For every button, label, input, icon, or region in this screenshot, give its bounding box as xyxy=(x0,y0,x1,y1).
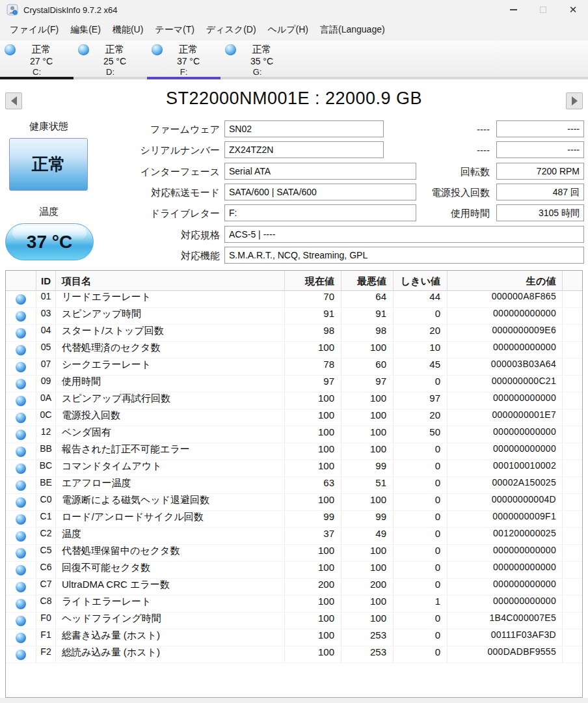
attribute-name: 総読み込み量 (ホスト) xyxy=(56,646,285,663)
good-status-orb-icon xyxy=(16,463,26,474)
attribute-name: 使用時間 xyxy=(56,376,285,392)
attribute-raw-value: 0000000001E7 xyxy=(448,409,563,426)
attribute-id: BC xyxy=(36,460,56,476)
maximize-button[interactable] xyxy=(528,0,558,20)
attribute-current: 99 xyxy=(285,511,341,527)
attribute-raw-value: 000000000000 xyxy=(448,393,563,409)
attribute-name: UltraDMA CRC エラー数 xyxy=(56,579,285,595)
smart-attribute-row-05[interactable]: 05代替処理済のセクタ数10010010000000000000 xyxy=(6,342,582,359)
attribute-threshold: 1 xyxy=(394,596,448,612)
smart-attribute-row-C8[interactable]: C8ライトエラーレート1001001000000000000 xyxy=(6,596,582,613)
disk-tab-c[interactable]: 正常27 °CC: xyxy=(0,40,74,77)
smart-attribute-row-C5[interactable]: C5代替処理保留中のセクタ数1001000000000000000 xyxy=(6,545,582,562)
good-status-orb-icon xyxy=(16,514,26,525)
next-disk-button[interactable] xyxy=(566,92,583,109)
attribute-raw-value: 000000000000 xyxy=(448,579,563,595)
attribute-worst: 51 xyxy=(341,477,394,493)
close-button[interactable]: ✕ xyxy=(558,0,588,20)
smart-attribute-row-C6[interactable]: C6回復不可能セクタ数1001000000000000000 xyxy=(6,562,582,579)
attribute-status-cell xyxy=(6,443,36,460)
attribute-worst: 60 xyxy=(341,359,394,375)
attribute-name: スピンアップ時間 xyxy=(56,308,285,324)
menu-item-2[interactable]: 機能(U) xyxy=(107,21,149,38)
prev-disk-button[interactable] xyxy=(5,92,22,109)
attribute-threshold: 0 xyxy=(394,613,448,629)
attribute-id: F0 xyxy=(36,613,56,629)
attribute-id: 0A xyxy=(36,393,56,409)
attribute-name: 代替処理保留中のセクタ数 xyxy=(56,545,285,561)
attribute-worst: 100 xyxy=(341,426,394,443)
field-right-0-value: ---- xyxy=(496,120,584,137)
smart-attribute-row-0C[interactable]: 0C電源投入回数100100200000000001E7 xyxy=(6,409,582,426)
attribute-threshold: 0 xyxy=(394,494,448,510)
smart-attribute-row-BB[interactable]: BB報告された訂正不可能エラー1001000000000000000 xyxy=(6,443,582,460)
smart-table-header: ID項目名現在値最悪値しきい値生の値 xyxy=(6,271,582,291)
menu-item-3[interactable]: テーマ(T) xyxy=(149,21,200,38)
smart-attribute-row-01[interactable]: 01リードエラーレート706444000000A8F865 xyxy=(6,291,582,308)
attribute-worst: 100 xyxy=(341,393,394,409)
attribute-worst: 100 xyxy=(341,562,394,578)
attribute-id: 0C xyxy=(36,409,56,426)
attribute-status-cell xyxy=(6,613,36,629)
disk-tab-g[interactable]: 正常35 °CG: xyxy=(220,40,294,77)
attribute-raw-value: 000000000000 xyxy=(448,545,563,561)
smart-attribute-row-09[interactable]: 09使用時間97970000000000C21 xyxy=(6,376,582,393)
field-left-6-value: S.M.A.R.T., NCQ, Streaming, GPL xyxy=(224,247,584,264)
smart-attribute-row-BC[interactable]: BCコマンドタイムアウト100990000100010002 xyxy=(6,460,582,477)
disk-letter: G: xyxy=(220,67,294,77)
attribute-status-cell xyxy=(6,426,36,443)
attribute-worst: 100 xyxy=(341,409,394,426)
smart-attribute-row-12[interactable]: 12ベンダ固有10010050000000000000 xyxy=(6,426,582,443)
minimize-button[interactable] xyxy=(498,0,528,20)
disk-status-orb-icon xyxy=(5,44,16,55)
attribute-id: 07 xyxy=(36,359,56,375)
attribute-id: C6 xyxy=(36,562,56,578)
attribute-status-cell xyxy=(6,528,36,544)
smart-attribute-row-F1[interactable]: F1総書き込み量 (ホスト)100253000111F03AF3D xyxy=(6,629,582,646)
attribute-id: BE xyxy=(36,477,56,493)
column-header-2: 現在値 xyxy=(285,271,341,291)
good-status-orb-icon xyxy=(16,345,26,355)
attribute-threshold: 0 xyxy=(394,528,448,544)
menu-item-6[interactable]: 言語(Language) xyxy=(314,21,391,38)
smart-attribute-row-04[interactable]: 04スタート/ストップ回数9898200000000009E6 xyxy=(6,325,582,342)
smart-attribute-row-F2[interactable]: F2総読み込み量 (ホスト)1002530000DADBF9555 xyxy=(6,646,582,663)
attribute-threshold: 20 xyxy=(394,409,448,426)
attribute-name: 電源投入回数 xyxy=(56,409,285,426)
attribute-current: 100 xyxy=(285,646,341,663)
attribute-name: エアフロー温度 xyxy=(56,477,285,493)
attribute-worst: 100 xyxy=(341,443,394,460)
smart-attribute-row-C7[interactable]: C7UltraDMA CRC エラー数2002000000000000000 xyxy=(6,579,582,596)
field-right-2-label: 回転数 xyxy=(338,163,490,180)
attribute-name: スピンアップ再試行回数 xyxy=(56,393,285,409)
attribute-raw-value: 000100010002 xyxy=(448,460,563,476)
attribute-current: 100 xyxy=(285,562,341,578)
column-header-0: ID xyxy=(36,271,56,291)
attribute-name: 代替処理済のセクタ数 xyxy=(56,342,285,358)
attribute-name: 電源断による磁気ヘッド退避回数 xyxy=(56,494,285,510)
smart-attribute-row-C2[interactable]: C2温度37490001200000025 xyxy=(6,528,582,545)
menu-item-5[interactable]: ヘルプ(H) xyxy=(262,21,314,38)
attribute-raw-value: 00002A150025 xyxy=(448,477,563,493)
smart-attribute-row-07[interactable]: 07シークエラーレート786045000003B03A64 xyxy=(6,359,582,376)
smart-attribute-row-C1[interactable]: C1ロード/アンロードサイクル回数999900000000009F1 xyxy=(6,511,582,528)
attribute-status-cell xyxy=(6,460,36,476)
menu-item-4[interactable]: ディスク(D) xyxy=(200,21,262,38)
smart-attribute-row-BE[interactable]: BEエアフロー温度6351000002A150025 xyxy=(6,477,582,494)
attribute-status-cell xyxy=(6,325,36,341)
attribute-id: C2 xyxy=(36,528,56,544)
field-left-3-label: 対応転送モード xyxy=(65,184,220,201)
app-icon xyxy=(7,4,18,16)
window-bottom-edge xyxy=(0,698,588,703)
good-status-orb-icon xyxy=(16,480,26,491)
smart-attribute-row-C0[interactable]: C0電源断による磁気ヘッド退避回数100100000000000004D xyxy=(6,494,582,511)
smart-attribute-row-03[interactable]: 03スピンアップ時間91910000000000000 xyxy=(6,308,582,325)
menu-item-0[interactable]: ファイル(F) xyxy=(4,21,64,38)
smart-attribute-row-F0[interactable]: F0ヘッドフライング時間10010001B4C000007E5 xyxy=(6,613,582,629)
disk-tab-d[interactable]: 正常25 °CD: xyxy=(74,40,147,77)
attribute-id: 12 xyxy=(36,426,56,443)
menu-item-1[interactable]: 編集(E) xyxy=(64,21,107,38)
good-status-orb-icon xyxy=(16,565,26,575)
smart-attribute-row-0A[interactable]: 0Aスピンアップ再試行回数10010097000000000000 xyxy=(6,393,582,409)
disk-tab-f[interactable]: 正常37 °CF: xyxy=(147,40,220,77)
